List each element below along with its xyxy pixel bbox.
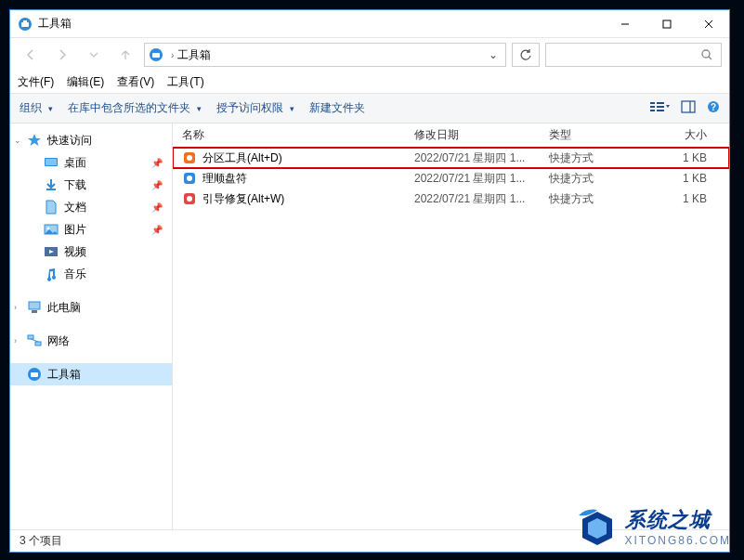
- desktop-icon: [44, 155, 59, 170]
- sidebar-pictures[interactable]: 图片📌: [10, 218, 172, 241]
- pin-icon: 📌: [151, 225, 163, 235]
- menu-edit[interactable]: 编辑(E): [67, 74, 104, 90]
- svg-rect-30: [35, 342, 41, 345]
- sidebar-music[interactable]: 音乐: [10, 263, 172, 285]
- window-title: 工具箱: [38, 16, 604, 32]
- search-input[interactable]: [545, 43, 722, 67]
- app-icon: [18, 17, 33, 32]
- svg-rect-4: [663, 20, 671, 28]
- svg-text:?: ?: [711, 102, 716, 112]
- toolbar: 组织 在库中包含所选的文件夹 授予访问权限 新建文件夹 ?: [10, 94, 729, 124]
- body: ⌄ 快速访问 桌面📌 下载📌 文档📌 图片📌 视: [10, 124, 729, 529]
- nav-up-button[interactable]: [112, 42, 138, 68]
- video-icon: [44, 244, 59, 259]
- col-type[interactable]: 类型: [549, 127, 651, 143]
- svg-rect-33: [31, 372, 38, 377]
- refresh-button[interactable]: [512, 43, 540, 67]
- file-date: 2022/07/21 星期四 1...: [414, 171, 549, 187]
- nav-forward-button[interactable]: [49, 42, 75, 68]
- chevron-down-icon[interactable]: ⌄: [14, 136, 21, 145]
- svg-point-39: [187, 196, 192, 202]
- svg-rect-11: [650, 102, 655, 104]
- menubar: 文件(F) 编辑(E) 查看(V) 工具(T): [10, 72, 729, 94]
- view-options-button[interactable]: [649, 100, 670, 116]
- file-row[interactable]: 引导修复(Alt+W)2022/07/21 星期四 1...快捷方式1 KB: [173, 189, 729, 209]
- chevron-right-icon[interactable]: ›: [14, 336, 17, 345]
- svg-line-10: [709, 57, 711, 59]
- svg-rect-8: [152, 53, 160, 58]
- toolbar-grant[interactable]: 授予访问权限: [216, 100, 294, 116]
- menu-view[interactable]: 查看(V): [117, 74, 154, 90]
- sidebar: ⌄ 快速访问 桌面📌 下载📌 文档📌 图片📌 视: [10, 124, 173, 529]
- svg-rect-2: [23, 20, 27, 23]
- sidebar-desktop[interactable]: 桌面📌: [10, 151, 172, 174]
- file-type: 快捷方式: [549, 171, 651, 187]
- sidebar-network[interactable]: › 网络: [10, 330, 172, 352]
- help-button[interactable]: ?: [707, 100, 720, 116]
- item-count: 3 个项目: [20, 533, 62, 549]
- file-size: 1 KB: [651, 172, 712, 185]
- sidebar-downloads[interactable]: 下载📌: [10, 174, 172, 196]
- svg-rect-17: [682, 101, 695, 112]
- column-headers: 名称 修改日期 类型 大小: [173, 124, 729, 148]
- col-name[interactable]: 名称: [182, 127, 414, 143]
- star-icon: [27, 133, 42, 148]
- file-list[interactable]: 分区工具(Alt+D)2022/07/21 星期四 1...快捷方式1 KB理顺…: [173, 148, 729, 529]
- file-date: 2022/07/21 星期四 1...: [414, 191, 549, 207]
- svg-rect-22: [46, 159, 57, 165]
- chevron-right-icon[interactable]: ›: [14, 303, 17, 312]
- svg-rect-29: [28, 335, 33, 339]
- nav-recent-dropdown[interactable]: [81, 42, 107, 68]
- sidebar-quick-access[interactable]: ⌄ 快速访问: [10, 129, 172, 151]
- sidebar-toolbox[interactable]: 工具箱: [10, 363, 172, 385]
- address-bar-row: › 工具箱 ⌄: [10, 38, 729, 72]
- network-icon: [27, 333, 42, 348]
- svg-point-37: [187, 176, 192, 181]
- sidebar-this-pc[interactable]: › 此电脑: [10, 296, 172, 319]
- search-icon: [700, 48, 713, 61]
- music-icon: [44, 267, 59, 281]
- file-row[interactable]: 理顺盘符2022/07/21 星期四 1...快捷方式1 KB: [173, 168, 729, 189]
- pin-icon: 📌: [151, 158, 163, 168]
- file-icon: [182, 191, 197, 206]
- svg-rect-14: [657, 102, 664, 104]
- preview-pane-button[interactable]: [681, 100, 696, 116]
- toolbox-icon: [27, 367, 42, 382]
- svg-rect-16: [657, 110, 664, 111]
- svg-rect-12: [650, 106, 655, 108]
- file-row[interactable]: 分区工具(Alt+D)2022/07/21 星期四 1...快捷方式1 KB: [173, 148, 729, 168]
- col-date[interactable]: 修改日期: [414, 127, 549, 143]
- breadcrumb[interactable]: › 工具箱 ⌄: [144, 43, 506, 67]
- nav-back-button[interactable]: [18, 42, 44, 68]
- file-type: 快捷方式: [549, 191, 651, 207]
- svg-rect-27: [29, 302, 40, 309]
- file-icon: [182, 171, 197, 186]
- titlebar: 工具箱: [10, 10, 729, 38]
- menu-tools[interactable]: 工具(T): [167, 74, 203, 90]
- pin-icon: 📌: [151, 202, 163, 213]
- sidebar-videos[interactable]: 视频: [10, 241, 172, 263]
- svg-rect-15: [657, 106, 664, 108]
- minimize-button[interactable]: [604, 10, 646, 38]
- breadcrumb-dropdown[interactable]: ⌄: [485, 48, 502, 61]
- explorer-window: 工具箱 › 工具箱 ⌄ 文件(F) 编辑(E) 查看(V) 工具(T) 组织: [9, 9, 730, 553]
- pin-icon: 📌: [151, 180, 163, 190]
- file-icon: [182, 150, 197, 165]
- download-icon: [44, 177, 59, 192]
- menu-file[interactable]: 文件(F): [18, 74, 54, 90]
- sidebar-documents[interactable]: 文档📌: [10, 196, 172, 218]
- breadcrumb-segment[interactable]: 工具箱: [177, 47, 211, 63]
- file-type: 快捷方式: [549, 150, 651, 166]
- status-bar: 3 个项目: [10, 529, 729, 552]
- document-icon: [44, 200, 59, 215]
- col-size[interactable]: 大小: [651, 127, 712, 143]
- file-name: 理顺盘符: [202, 171, 247, 187]
- toolbar-organize[interactable]: 组织: [20, 100, 53, 116]
- file-size: 1 KB: [651, 192, 712, 205]
- svg-rect-13: [650, 110, 655, 111]
- maximize-button[interactable]: [646, 10, 687, 38]
- file-date: 2022/07/21 星期四 1...: [414, 150, 549, 166]
- close-button[interactable]: [687, 10, 729, 38]
- toolbar-include[interactable]: 在库中包含所选的文件夹: [68, 100, 202, 116]
- toolbar-newfolder[interactable]: 新建文件夹: [309, 100, 365, 116]
